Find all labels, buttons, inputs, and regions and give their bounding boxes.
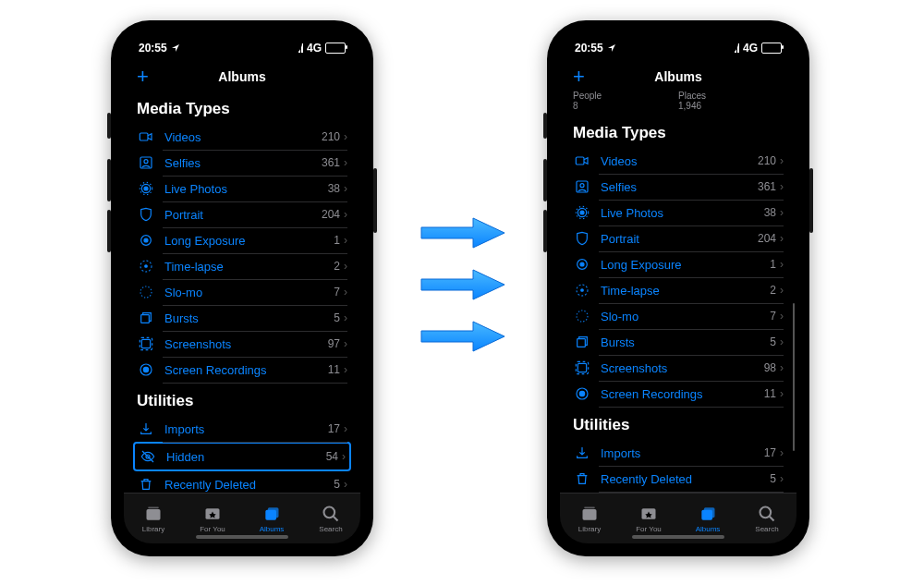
tab-library[interactable]: Library [560, 494, 619, 543]
svg-rect-11 [141, 315, 150, 323]
svg-point-9 [145, 265, 148, 268]
tab-search[interactable]: Search [737, 494, 796, 543]
home-indicator[interactable] [632, 535, 724, 539]
row-count: 5 [770, 335, 776, 348]
util-row-trash[interactable]: Recently Deleted 5 › [124, 471, 360, 494]
chevron-right-icon: › [344, 422, 347, 435]
svg-point-10 [140, 286, 152, 298]
row-label: Videos [164, 130, 322, 144]
util-row-hidden[interactable]: Hidden 54 › [137, 444, 347, 469]
media-row-portrait[interactable]: Portrait 204 › [560, 225, 796, 251]
timelapse-icon [137, 259, 155, 274]
mini-col[interactable]: People8 [573, 91, 678, 111]
media-row-screenrec[interactable]: Screen Recordings 11 › [560, 381, 796, 407]
row-label: Live Photos [164, 182, 328, 196]
search-icon [757, 505, 777, 523]
media-row-bursts[interactable]: Bursts 5 › [560, 329, 796, 355]
util-row-trash[interactable]: Recently Deleted 5 › [560, 466, 796, 492]
arrow-icon [416, 320, 508, 353]
mini-value: 1,946 [678, 101, 784, 111]
location-icon [171, 43, 180, 53]
selfie-icon [573, 179, 591, 194]
albums-icon [698, 505, 718, 523]
network-label: 4G [307, 42, 322, 55]
mute-switch [543, 113, 547, 139]
library-icon [579, 505, 600, 523]
row-label: Bursts [164, 311, 334, 325]
status-time: 20:55 [139, 42, 167, 55]
nav-bar: + Albums [560, 63, 796, 91]
media-row-bursts[interactable]: Bursts 5 › [124, 305, 360, 331]
status-time: 20:55 [575, 42, 603, 55]
add-button[interactable]: + [573, 65, 585, 89]
row-label: Videos [601, 154, 758, 168]
tab-label: For You [200, 525, 225, 533]
media-row-screenshot[interactable]: Screenshots 97 › [124, 331, 360, 357]
row-count: 361 [758, 180, 776, 193]
screenrec-icon [573, 386, 591, 401]
media-row-portrait[interactable]: Portrait 204 › [124, 201, 360, 227]
longexp-icon [137, 233, 155, 248]
import-icon [573, 445, 591, 460]
media-row-timelapse[interactable]: Time-lapse 2 › [560, 277, 796, 303]
media-row-live[interactable]: Live Photos 38 › [560, 200, 796, 225]
row-label: Long Exposure [601, 258, 770, 272]
chevron-right-icon: › [344, 363, 347, 376]
row-count: 2 [334, 260, 340, 273]
mini-col[interactable]: Places1,946 [678, 91, 784, 111]
row-count: 361 [322, 156, 340, 169]
screenrec-icon [137, 362, 155, 377]
svg-rect-36 [578, 339, 586, 347]
row-count: 98 [764, 361, 776, 374]
media-row-selfie[interactable]: Selfies 361 › [560, 174, 796, 200]
util-row-import[interactable]: Imports 17 › [560, 440, 796, 466]
add-button[interactable]: + [137, 65, 149, 89]
home-indicator[interactable] [196, 535, 288, 539]
chevron-right-icon: › [342, 450, 346, 463]
hidden-icon [139, 449, 157, 464]
screen-content[interactable]: Media Types Videos 210 › Selfies 361 › L… [124, 91, 360, 494]
chevron-right-icon: › [344, 130, 347, 143]
bursts-icon [137, 311, 155, 325]
row-label: Slo-mo [164, 286, 334, 299]
media-row-live[interactable]: Live Photos 38 › [124, 176, 360, 201]
media-row-longexp[interactable]: Long Exposure 1 › [560, 251, 796, 277]
chevron-right-icon: › [780, 361, 784, 374]
media-row-screenrec[interactable]: Screen Recordings 11 › [124, 357, 360, 383]
media-row-slomo[interactable]: Slo-mo 7 › [560, 303, 796, 329]
media-row-timelapse[interactable]: Time-lapse 2 › [124, 253, 360, 279]
portrait-icon [137, 207, 155, 222]
chevron-right-icon: › [780, 154, 784, 167]
row-label: Screen Recordings [601, 387, 764, 401]
svg-point-3 [144, 187, 148, 190]
nav-bar: + Albums [124, 63, 360, 91]
row-count: 17 [764, 446, 776, 459]
media-row-slomo[interactable]: Slo-mo 7 › [124, 279, 360, 305]
chevron-right-icon: › [780, 472, 784, 485]
slomo-icon [573, 309, 591, 323]
search-icon [321, 505, 341, 523]
svg-line-47 [770, 516, 774, 520]
media-row-selfie[interactable]: Selfies 361 › [124, 150, 360, 176]
timelapse-icon [573, 283, 591, 298]
media-row-longexp[interactable]: Long Exposure 1 › [124, 227, 360, 253]
network-label: 4G [743, 42, 758, 55]
media-row-screenshot[interactable]: Screenshots 98 › [560, 355, 796, 381]
volume-down [543, 210, 547, 252]
screen-content[interactable]: People8Places1,946Media Types Videos 210… [560, 91, 796, 494]
tab-search[interactable]: Search [301, 494, 360, 543]
media-row-video[interactable]: Videos 210 › [560, 148, 796, 174]
scroll-indicator[interactable] [793, 303, 795, 451]
notch [182, 33, 302, 55]
chevron-right-icon: › [344, 234, 347, 247]
svg-rect-0 [140, 133, 148, 140]
util-row-import[interactable]: Imports 17 › [124, 416, 360, 442]
chevron-right-icon: › [780, 180, 784, 193]
row-label: Time-lapse [601, 284, 770, 298]
media-row-video[interactable]: Videos 210 › [124, 124, 360, 150]
tab-library[interactable]: Library [124, 494, 183, 543]
row-count: 54 [326, 450, 338, 463]
row-label: Selfies [164, 156, 322, 170]
chevron-right-icon: › [780, 206, 784, 219]
power-button [809, 168, 813, 233]
